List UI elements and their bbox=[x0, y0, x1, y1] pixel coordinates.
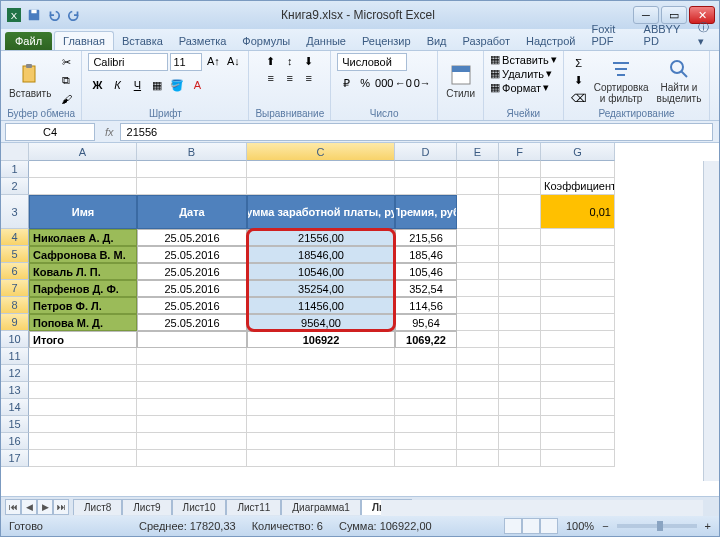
vertical-scrollbar[interactable] bbox=[703, 161, 719, 481]
cell[interactable] bbox=[541, 416, 615, 433]
horizontal-scrollbar[interactable] bbox=[381, 500, 703, 516]
cell[interactable] bbox=[541, 399, 615, 416]
salary-cell[interactable]: 18546,00 bbox=[247, 246, 395, 263]
cell[interactable] bbox=[247, 178, 395, 195]
tab-review[interactable]: Рецензир bbox=[354, 32, 419, 50]
sheet-tab-Лист9[interactable]: Лист9 bbox=[122, 499, 171, 515]
column-header-A[interactable]: A bbox=[29, 143, 137, 161]
sheet-tab-Лист10[interactable]: Лист10 bbox=[172, 499, 227, 515]
cell[interactable] bbox=[137, 433, 247, 450]
cell[interactable] bbox=[541, 382, 615, 399]
worksheet[interactable]: ABCDEFG 12Коэффициент3ИмяДатаСумма зараб… bbox=[1, 143, 719, 481]
cell[interactable] bbox=[457, 450, 499, 467]
cell[interactable] bbox=[29, 365, 137, 382]
total-salary[interactable]: 106922 bbox=[247, 331, 395, 348]
cell[interactable] bbox=[541, 297, 615, 314]
sheet-tab-Лист11[interactable]: Лист11 bbox=[226, 499, 281, 515]
cell[interactable] bbox=[499, 161, 541, 178]
tab-developer[interactable]: Разработ bbox=[455, 32, 518, 50]
font-color-icon[interactable]: A bbox=[188, 77, 206, 93]
cell[interactable] bbox=[499, 280, 541, 297]
row-header-5[interactable]: 5 bbox=[1, 246, 29, 263]
select-all-corner[interactable] bbox=[1, 143, 29, 161]
increase-decimal-icon[interactable]: ←0 bbox=[394, 75, 412, 91]
save-icon[interactable] bbox=[25, 6, 43, 24]
cell[interactable] bbox=[457, 178, 499, 195]
cell[interactable] bbox=[541, 229, 615, 246]
fill-icon[interactable]: ⬇ bbox=[570, 73, 588, 89]
format-painter-icon[interactable]: 🖌 bbox=[57, 91, 75, 107]
column-header-C[interactable]: C bbox=[247, 143, 395, 161]
cell[interactable] bbox=[247, 161, 395, 178]
cell[interactable] bbox=[29, 178, 137, 195]
date-cell[interactable]: 25.05.2016 bbox=[137, 263, 247, 280]
cell[interactable] bbox=[499, 314, 541, 331]
cell[interactable] bbox=[137, 399, 247, 416]
zoom-out-icon[interactable]: − bbox=[602, 520, 608, 532]
border-icon[interactable]: ▦ bbox=[148, 77, 166, 93]
cell[interactable] bbox=[499, 399, 541, 416]
bonus-cell[interactable]: 95,64 bbox=[395, 314, 457, 331]
cell[interactable] bbox=[499, 178, 541, 195]
cell[interactable] bbox=[541, 161, 615, 178]
cell[interactable] bbox=[247, 382, 395, 399]
cut-icon[interactable]: ✂ bbox=[57, 55, 75, 71]
zoom-slider[interactable] bbox=[617, 524, 697, 528]
help-icon[interactable]: ⓘ ▾ bbox=[692, 18, 719, 50]
row-header-13[interactable]: 13 bbox=[1, 382, 29, 399]
formula-bar[interactable] bbox=[120, 123, 713, 141]
cell[interactable] bbox=[395, 399, 457, 416]
cell[interactable] bbox=[457, 365, 499, 382]
row-header-12[interactable]: 12 bbox=[1, 365, 29, 382]
align-top-icon[interactable]: ⬆ bbox=[262, 53, 280, 69]
cell[interactable] bbox=[541, 263, 615, 280]
cell[interactable] bbox=[499, 433, 541, 450]
table-header[interactable]: Премия, руб bbox=[395, 195, 457, 229]
cell[interactable] bbox=[137, 382, 247, 399]
cell[interactable] bbox=[395, 416, 457, 433]
cell[interactable] bbox=[457, 314, 499, 331]
cell[interactable] bbox=[247, 433, 395, 450]
name-cell[interactable]: Коваль Л. П. bbox=[29, 263, 137, 280]
cell[interactable] bbox=[457, 331, 499, 348]
cell[interactable] bbox=[29, 433, 137, 450]
tab-view[interactable]: Вид bbox=[419, 32, 455, 50]
percent-icon[interactable]: % bbox=[356, 75, 374, 91]
tab-file[interactable]: Файл bbox=[5, 32, 52, 50]
excel-icon[interactable]: X bbox=[5, 6, 23, 24]
styles-button[interactable]: Стили bbox=[444, 61, 477, 101]
cell[interactable] bbox=[395, 433, 457, 450]
cell[interactable] bbox=[29, 399, 137, 416]
zoom-level[interactable]: 100% bbox=[566, 520, 594, 532]
redo-icon[interactable] bbox=[65, 6, 83, 24]
tab-nav-first[interactable]: ⏮ bbox=[5, 499, 21, 515]
bonus-cell[interactable]: 105,46 bbox=[395, 263, 457, 280]
cell[interactable] bbox=[395, 178, 457, 195]
column-header-G[interactable]: G bbox=[541, 143, 615, 161]
row-header-17[interactable]: 17 bbox=[1, 450, 29, 467]
row-header-7[interactable]: 7 bbox=[1, 280, 29, 297]
salary-cell[interactable]: 9564,00 bbox=[247, 314, 395, 331]
row-header-3[interactable]: 3 bbox=[1, 195, 29, 229]
align-right-icon[interactable]: ≡ bbox=[300, 70, 318, 86]
cell[interactable] bbox=[247, 365, 395, 382]
table-header[interactable]: Дата bbox=[137, 195, 247, 229]
decrease-font-icon[interactable]: A↓ bbox=[224, 53, 242, 69]
cell[interactable] bbox=[457, 382, 499, 399]
copy-icon[interactable]: ⧉ bbox=[57, 73, 75, 89]
cell[interactable] bbox=[457, 433, 499, 450]
cell[interactable] bbox=[457, 416, 499, 433]
bonus-cell[interactable]: 352,54 bbox=[395, 280, 457, 297]
delete-cells-button[interactable]: ▦ Удалить ▾ bbox=[490, 67, 552, 80]
row-header-6[interactable]: 6 bbox=[1, 263, 29, 280]
tab-insert[interactable]: Вставка bbox=[114, 32, 171, 50]
italic-icon[interactable]: К bbox=[108, 77, 126, 93]
cell[interactable] bbox=[457, 161, 499, 178]
align-bottom-icon[interactable]: ⬇ bbox=[300, 53, 318, 69]
cell[interactable] bbox=[457, 229, 499, 246]
salary-cell[interactable]: 10546,00 bbox=[247, 263, 395, 280]
bonus-cell[interactable]: 185,46 bbox=[395, 246, 457, 263]
bonus-cell[interactable]: 114,56 bbox=[395, 297, 457, 314]
cell[interactable] bbox=[541, 365, 615, 382]
clear-icon[interactable]: ⌫ bbox=[570, 91, 588, 107]
